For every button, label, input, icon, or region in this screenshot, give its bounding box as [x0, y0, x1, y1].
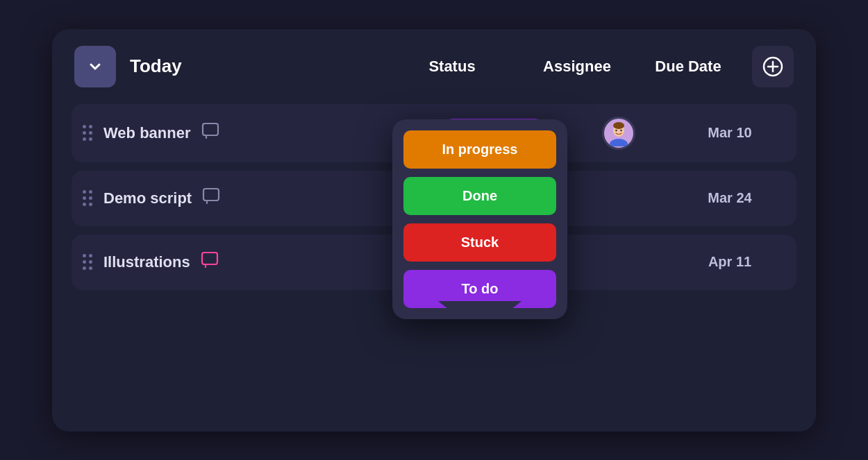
dropdown-option-inprogress[interactable]: In progress — [403, 130, 556, 169]
svg-rect-11 — [202, 253, 217, 264]
row-duedate: Mar 10 — [674, 125, 785, 141]
collapse-button[interactable] — [74, 46, 116, 87]
today-label: Today — [130, 56, 383, 77]
row-duedate: Mar 24 — [674, 190, 785, 206]
main-container: Today Status Assignee Due Date Web banne… — [52, 29, 816, 432]
dropdown-option-todo[interactable]: To do — [403, 270, 556, 308]
drag-handle[interactable] — [83, 125, 92, 141]
status-column-header: Status — [383, 58, 521, 76]
svg-rect-3 — [203, 123, 218, 135]
duedate-column-header: Due Date — [633, 58, 744, 76]
comment-icon[interactable] — [200, 250, 219, 274]
drag-handle[interactable] — [83, 254, 92, 270]
row-title: Web banner — [103, 121, 424, 145]
comment-icon[interactable] — [201, 187, 221, 210]
row-title: Demo script — [103, 187, 424, 210]
assignee-column-header: Assignee — [521, 58, 633, 76]
dropdown-option-stuck[interactable]: Stuck — [403, 223, 556, 262]
drag-handle[interactable] — [83, 190, 92, 206]
row-duedate: Apr 11 — [674, 254, 785, 270]
svg-rect-10 — [203, 189, 219, 201]
svg-point-6 — [613, 122, 624, 129]
avatar — [602, 117, 635, 150]
svg-point-9 — [620, 129, 622, 131]
status-dropdown: In progress Done Stuck To do — [392, 119, 567, 319]
header-row: Today Status Assignee Due Date — [72, 46, 796, 87]
row-assignee — [563, 117, 674, 150]
add-column-button[interactable] — [752, 46, 794, 87]
dropdown-option-done[interactable]: Done — [403, 177, 556, 215]
comment-icon[interactable] — [201, 121, 220, 145]
svg-point-8 — [615, 129, 617, 131]
row-title: Illustrations — [103, 250, 424, 274]
